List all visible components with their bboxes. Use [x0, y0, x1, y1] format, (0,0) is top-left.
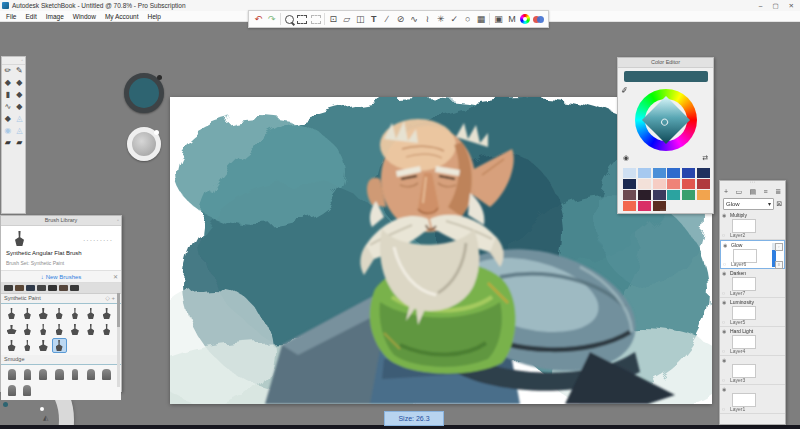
fill-drop-icon[interactable]: ◉ — [4, 127, 11, 135]
brush-item[interactable] — [52, 322, 67, 337]
minimize-button[interactable]: – — [759, 2, 763, 9]
paintbrush-icon[interactable]: ◆ — [5, 79, 11, 87]
swatch[interactable] — [653, 190, 666, 200]
saturation-diamond[interactable] — [642, 96, 690, 144]
smudge-item[interactable] — [52, 367, 67, 382]
copic-marker-icon[interactable]: M — [506, 12, 518, 26]
brush-item[interactable] — [20, 322, 35, 337]
swatch[interactable] — [682, 179, 695, 189]
swatch[interactable] — [697, 168, 710, 178]
swatch[interactable] — [623, 168, 636, 178]
duplicate-layer-icon[interactable]: ▭ — [736, 188, 743, 196]
airbrush-icon[interactable]: ◬ — [16, 115, 22, 123]
color-wheel-icon[interactable] — [519, 12, 531, 26]
smudge-item[interactable] — [83, 367, 98, 382]
flip-canvas-icon[interactable]: ◫ — [354, 12, 366, 26]
brush-item[interactable] — [36, 338, 51, 353]
brush-item[interactable] — [36, 322, 51, 337]
close-icon[interactable]: ✕ — [113, 273, 118, 280]
crop-icon[interactable]: ⊡ — [327, 12, 339, 26]
brush-item[interactable] — [67, 322, 82, 337]
layer-lock-icon[interactable]: ○ — [722, 348, 725, 354]
add-layer-icon[interactable]: + — [724, 188, 728, 195]
lock-transparency-icon[interactable]: ⊠ — [776, 200, 782, 208]
swatch[interactable] — [638, 168, 651, 178]
layer-row[interactable]: ◉ Multiply ○ Layer2 — [720, 211, 785, 240]
symmetry-icon[interactable]: ✳ — [435, 12, 447, 26]
text-tool-icon[interactable]: T — [367, 12, 379, 26]
layer-list-icon[interactable]: ≡ — [764, 188, 768, 195]
eyedropper-icon[interactable]: ✐ — [620, 86, 628, 96]
color-puck[interactable] — [124, 73, 164, 113]
layer-visibility-icon[interactable]: ◉ — [722, 299, 726, 305]
brush-item[interactable] — [52, 306, 67, 321]
brush-icon[interactable]: ◆ — [5, 115, 11, 123]
marker-brush-icon[interactable]: ▮ — [6, 91, 10, 99]
swatch[interactable] — [667, 179, 680, 189]
swatch[interactable] — [623, 201, 636, 211]
brush-item[interactable] — [4, 306, 19, 321]
ink-brush-icon[interactable]: ◆ — [16, 91, 22, 99]
transform-select-icon[interactable] — [310, 12, 322, 26]
ellipse-tool-icon[interactable]: ⊘ — [394, 12, 406, 26]
layer-lock-icon[interactable]: ○ — [722, 232, 725, 238]
panel-menu-icon[interactable]: ◦ — [117, 216, 119, 225]
ruler-icon[interactable]: ∕ — [381, 12, 393, 26]
layer-lock-icon[interactable]: ○ — [722, 290, 725, 296]
ellipse-guide-icon[interactable]: ○ — [461, 12, 473, 26]
panel-menu-icon[interactable]: ≣ — [775, 188, 781, 196]
layer-row[interactable]: ◉ Luminosity ○ Layer5 — [720, 298, 785, 327]
swatch[interactable] — [638, 201, 651, 211]
french-curve-icon[interactable]: ∿ — [408, 12, 420, 26]
close-button[interactable]: ✕ — [789, 2, 794, 10]
swatch[interactable] — [653, 179, 666, 189]
smudge-item[interactable] — [67, 367, 82, 382]
flat-brush-icon[interactable]: ◆ — [16, 79, 22, 87]
layer-row-selected[interactable]: ◉ Glow ○ Layer6 ◦ ≡ — [720, 240, 785, 269]
perspective-icon[interactable]: ▦ — [475, 12, 487, 26]
brush-item[interactable] — [83, 322, 98, 337]
undo-icon[interactable]: ↶ — [252, 12, 264, 26]
redo-icon[interactable]: ↷ — [265, 12, 277, 26]
layer-lock-icon[interactable]: ○ — [722, 319, 725, 325]
menu-help[interactable]: Help — [148, 13, 161, 20]
texture-brush-icon[interactable]: ▰ — [5, 139, 11, 147]
swatch[interactable] — [638, 179, 651, 189]
rect-select-icon[interactable] — [296, 12, 308, 26]
smudge-item[interactable] — [36, 367, 51, 382]
color-sliders-icon[interactable]: ⇄ — [702, 154, 708, 162]
swatch[interactable] — [682, 190, 695, 200]
layer-visibility-icon[interactable]: ◉ — [722, 270, 726, 276]
layer-lock-icon[interactable]: ○ — [723, 261, 726, 267]
layer-visibility-icon[interactable]: ◉ — [722, 357, 726, 363]
brush-item[interactable] — [4, 338, 19, 353]
layer-image-icon[interactable]: ▤ — [750, 188, 757, 196]
airbrush2-icon[interactable]: ◬ — [16, 127, 22, 135]
swatch[interactable] — [682, 168, 695, 178]
distort-icon[interactable]: ▱ — [341, 12, 353, 26]
menu-image[interactable]: Image — [46, 13, 64, 20]
curve-pen-icon[interactable]: ∿ — [4, 103, 11, 111]
opacity-down-button[interactable]: ≡ — [775, 261, 783, 269]
layer-visibility-icon[interactable]: ◉ — [723, 242, 727, 248]
smudge-item[interactable] — [4, 383, 19, 398]
layer-row[interactable]: ◉ ○ Layer3 — [720, 356, 785, 385]
favorite-icon[interactable]: ◇ + — [105, 294, 115, 303]
brush-set-tabs[interactable] — [1, 283, 121, 294]
zoom-tool-icon[interactable] — [283, 12, 295, 26]
brush-puck[interactable] — [127, 127, 161, 161]
round-brush-icon[interactable]: ◆ — [16, 103, 22, 111]
swatch[interactable] — [653, 168, 666, 178]
smudge-item[interactable] — [4, 367, 19, 382]
brush-item[interactable] — [4, 322, 19, 337]
layer-visibility-icon[interactable]: ◉ — [722, 386, 726, 392]
predictive-stroke-icon[interactable]: ≀ — [421, 12, 433, 26]
brush-item[interactable] — [83, 306, 98, 321]
menu-file[interactable]: File — [6, 13, 16, 20]
pen-mode-icon[interactable]: ▣ — [492, 12, 504, 26]
texture-brush2-icon[interactable]: ▰ — [16, 139, 22, 147]
brush-item[interactable] — [99, 306, 114, 321]
swatch[interactable] — [667, 190, 680, 200]
brush-palette-header[interactable]: ◦ — [2, 57, 25, 65]
lagoon-triangle-icon[interactable]: ◭ — [43, 414, 48, 422]
